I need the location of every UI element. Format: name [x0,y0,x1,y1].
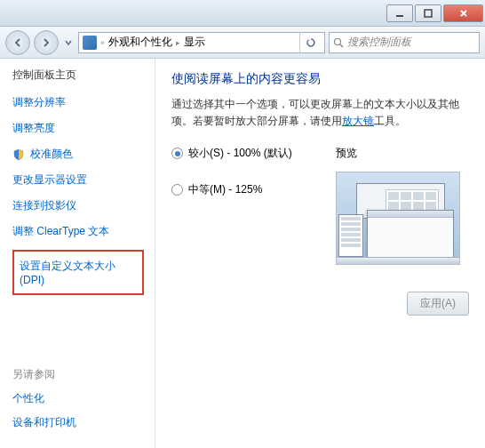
chevron-icon: ▸ [176,38,180,47]
svg-rect-1 [425,10,432,17]
window-titlebar [0,0,485,27]
search-input[interactable]: 搜索控制面板 [329,32,480,53]
breadcrumb-level2[interactable]: 显示 [184,35,205,50]
see-also-heading: 另请参阅 [12,367,155,382]
shield-icon [12,148,25,161]
radio-option-medium[interactable]: 中等(M) - 125% [171,182,318,197]
sidebar-footer-devices[interactable]: 设备和打印机 [12,415,155,430]
sidebar-item-brightness[interactable]: 调整亮度 [12,121,155,136]
breadcrumb-level1[interactable]: 外观和个性化 [108,35,172,50]
sidebar-footer-personalization[interactable]: 个性化 [12,391,155,406]
svg-rect-0 [396,15,403,17]
maximize-button[interactable] [415,4,441,22]
forward-button[interactable] [34,30,59,55]
radio-label: 较小(S) - 100% (默认) [188,146,292,161]
sidebar-item-projector[interactable]: 连接到投影仪 [12,198,155,213]
address-bar[interactable]: « 外观和个性化 ▸ 显示 [78,32,325,53]
page-description: 通过选择其中一个选项，可以更改屏幕上的文本大小以及其他项。若要暂时放大部分屏幕，… [171,96,469,130]
sidebar-item-display-settings[interactable]: 更改显示器设置 [12,172,155,188]
search-placeholder: 搜索控制面板 [347,35,411,50]
refresh-button[interactable] [299,32,321,53]
minimize-button[interactable] [386,4,413,22]
close-button[interactable] [443,4,483,22]
radio-label: 中等(M) - 125% [188,182,262,197]
chevron-icon: « [100,38,105,47]
svg-line-3 [340,44,343,47]
preview-label: 预览 [336,146,469,161]
control-panel-home-link[interactable]: 控制面板主页 [12,68,155,83]
magnifier-link[interactable]: 放大镜 [342,115,374,127]
sidebar: 控制面板主页 调整分辨率 调整亮度 校准颜色 更改显示器设置 连接到投影仪 调整… [0,59,155,448]
svg-point-2 [335,38,341,44]
sidebar-item-custom-dpi[interactable]: 设置自定义文本大小(DPI) [12,250,144,295]
apply-button[interactable]: 应用(A) [407,292,469,316]
sidebar-item-resolution[interactable]: 调整分辨率 [12,95,155,110]
history-dropdown[interactable] [62,30,75,55]
navigation-bar: « 外观和个性化 ▸ 显示 搜索控制面板 [0,27,485,59]
control-panel-icon [83,36,97,50]
radio-option-small[interactable]: 较小(S) - 100% (默认) [171,146,318,161]
search-icon [333,37,344,48]
sidebar-item-cleartype[interactable]: 调整 ClearType 文本 [12,224,155,239]
preview-thumbnail [336,172,460,265]
sidebar-item-calibrate-color[interactable]: 校准颜色 [12,147,155,162]
radio-icon [171,148,183,159]
page-title: 使阅读屏幕上的内容更容易 [171,71,469,87]
main-panel: 使阅读屏幕上的内容更容易 通过选择其中一个选项，可以更改屏幕上的文本大小以及其他… [155,59,485,448]
radio-icon [171,184,183,196]
back-button[interactable] [5,30,30,55]
